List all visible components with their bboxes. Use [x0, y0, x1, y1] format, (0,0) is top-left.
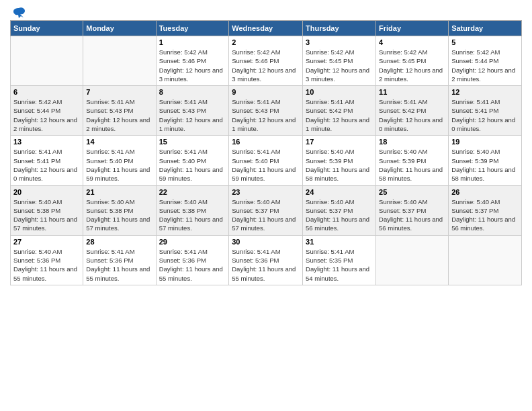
- calendar-day-cell: 1Sunrise: 5:42 AM Sunset: 5:46 PM Daylig…: [156, 36, 229, 86]
- logo-bird-icon: [11, 7, 26, 19]
- page: SundayMondayTuesdayWednesdayThursdayFrid…: [0, 0, 532, 292]
- day-number: 4: [379, 38, 445, 46]
- calendar-day-cell: 18Sunrise: 5:40 AM Sunset: 5:39 PM Dayli…: [376, 136, 449, 185]
- calendar-day-cell: [11, 36, 83, 86]
- day-info: Sunrise: 5:40 AM Sunset: 5:37 PM Dayligh…: [306, 197, 373, 233]
- day-number: 5: [451, 38, 519, 46]
- day-number: 28: [86, 238, 152, 246]
- calendar-day-cell: 5Sunrise: 5:42 AM Sunset: 5:44 PM Daylig…: [449, 36, 522, 86]
- calendar-day-cell: 13Sunrise: 5:41 AM Sunset: 5:41 PM Dayli…: [11, 136, 83, 185]
- calendar-day-cell: 6Sunrise: 5:42 AM Sunset: 5:44 PM Daylig…: [11, 86, 83, 136]
- calendar-week-row: 13Sunrise: 5:41 AM Sunset: 5:41 PM Dayli…: [11, 136, 522, 185]
- calendar-day-cell: 16Sunrise: 5:41 AM Sunset: 5:40 PM Dayli…: [229, 136, 303, 185]
- day-info: Sunrise: 5:41 AM Sunset: 5:42 PM Dayligh…: [306, 97, 373, 133]
- calendar-day-cell: [376, 235, 449, 285]
- calendar-table: SundayMondayTuesdayWednesdayThursdayFrid…: [10, 20, 522, 285]
- day-info: Sunrise: 5:41 AM Sunset: 5:41 PM Dayligh…: [451, 97, 519, 133]
- day-info: Sunrise: 5:40 AM Sunset: 5:38 PM Dayligh…: [13, 197, 80, 233]
- calendar-day-cell: [449, 235, 522, 285]
- day-number: 15: [159, 138, 226, 146]
- day-info: Sunrise: 5:41 AM Sunset: 5:40 PM Dayligh…: [159, 147, 226, 183]
- calendar-day-cell: 24Sunrise: 5:40 AM Sunset: 5:37 PM Dayli…: [303, 185, 376, 235]
- day-info: Sunrise: 5:41 AM Sunset: 5:43 PM Dayligh…: [159, 97, 226, 133]
- day-number: 24: [306, 188, 373, 196]
- day-number: 6: [13, 88, 80, 96]
- day-info: Sunrise: 5:42 AM Sunset: 5:46 PM Dayligh…: [232, 48, 300, 83]
- day-number: 9: [232, 88, 300, 96]
- day-number: 11: [379, 88, 445, 96]
- calendar-day-cell: 19Sunrise: 5:40 AM Sunset: 5:39 PM Dayli…: [449, 136, 522, 185]
- calendar-day-cell: 25Sunrise: 5:40 AM Sunset: 5:37 PM Dayli…: [376, 185, 449, 235]
- calendar-day-cell: 30Sunrise: 5:41 AM Sunset: 5:36 PM Dayli…: [229, 235, 303, 285]
- day-info: Sunrise: 5:40 AM Sunset: 5:36 PM Dayligh…: [13, 247, 80, 283]
- day-number: 16: [232, 138, 300, 146]
- day-number: 22: [159, 188, 226, 196]
- day-number: 18: [379, 138, 445, 146]
- logo: [10, 7, 26, 16]
- day-number: 1: [159, 38, 226, 46]
- col-header-saturday: Saturday: [449, 21, 522, 36]
- day-number: 29: [159, 238, 226, 246]
- calendar-week-row: 20Sunrise: 5:40 AM Sunset: 5:38 PM Dayli…: [11, 185, 522, 235]
- calendar-day-cell: 2Sunrise: 5:42 AM Sunset: 5:46 PM Daylig…: [229, 36, 303, 86]
- calendar-day-cell: 28Sunrise: 5:41 AM Sunset: 5:36 PM Dayli…: [83, 235, 156, 285]
- day-info: Sunrise: 5:41 AM Sunset: 5:36 PM Dayligh…: [86, 247, 152, 283]
- calendar-day-cell: 8Sunrise: 5:41 AM Sunset: 5:43 PM Daylig…: [156, 86, 229, 136]
- day-number: 19: [451, 138, 519, 146]
- day-info: Sunrise: 5:41 AM Sunset: 5:35 PM Dayligh…: [306, 247, 373, 283]
- calendar-day-cell: 17Sunrise: 5:40 AM Sunset: 5:39 PM Dayli…: [303, 136, 376, 185]
- day-info: Sunrise: 5:41 AM Sunset: 5:36 PM Dayligh…: [232, 247, 300, 283]
- day-info: Sunrise: 5:41 AM Sunset: 5:40 PM Dayligh…: [232, 147, 300, 183]
- col-header-tuesday: Tuesday: [156, 21, 229, 36]
- day-info: Sunrise: 5:40 AM Sunset: 5:38 PM Dayligh…: [86, 197, 152, 233]
- day-info: Sunrise: 5:40 AM Sunset: 5:39 PM Dayligh…: [306, 147, 373, 183]
- calendar-day-cell: 4Sunrise: 5:42 AM Sunset: 5:45 PM Daylig…: [376, 36, 449, 86]
- calendar-day-cell: 14Sunrise: 5:41 AM Sunset: 5:40 PM Dayli…: [83, 136, 156, 185]
- day-info: Sunrise: 5:41 AM Sunset: 5:36 PM Dayligh…: [159, 247, 226, 283]
- col-header-sunday: Sunday: [11, 21, 83, 36]
- calendar-week-row: 6Sunrise: 5:42 AM Sunset: 5:44 PM Daylig…: [11, 86, 522, 136]
- day-number: 10: [306, 88, 373, 96]
- day-info: Sunrise: 5:40 AM Sunset: 5:39 PM Dayligh…: [451, 147, 519, 183]
- calendar-day-cell: 20Sunrise: 5:40 AM Sunset: 5:38 PM Dayli…: [11, 185, 83, 235]
- day-number: 30: [232, 238, 300, 246]
- day-number: 17: [306, 138, 373, 146]
- day-info: Sunrise: 5:40 AM Sunset: 5:39 PM Dayligh…: [379, 147, 445, 183]
- day-number: 2: [232, 38, 300, 46]
- calendar-day-cell: 7Sunrise: 5:41 AM Sunset: 5:43 PM Daylig…: [83, 86, 156, 136]
- calendar-day-cell: 12Sunrise: 5:41 AM Sunset: 5:41 PM Dayli…: [449, 86, 522, 136]
- calendar-day-cell: 29Sunrise: 5:41 AM Sunset: 5:36 PM Dayli…: [156, 235, 229, 285]
- day-info: Sunrise: 5:41 AM Sunset: 5:41 PM Dayligh…: [13, 147, 80, 183]
- calendar-day-cell: 23Sunrise: 5:40 AM Sunset: 5:37 PM Dayli…: [229, 185, 303, 235]
- day-info: Sunrise: 5:40 AM Sunset: 5:37 PM Dayligh…: [451, 197, 519, 233]
- day-info: Sunrise: 5:41 AM Sunset: 5:42 PM Dayligh…: [379, 97, 445, 133]
- calendar-header-row: SundayMondayTuesdayWednesdayThursdayFrid…: [11, 21, 522, 36]
- day-number: 3: [306, 38, 373, 46]
- calendar-week-row: 1Sunrise: 5:42 AM Sunset: 5:46 PM Daylig…: [11, 36, 522, 86]
- calendar-day-cell: [83, 36, 156, 86]
- col-header-wednesday: Wednesday: [229, 21, 303, 36]
- day-number: 26: [451, 188, 519, 196]
- col-header-thursday: Thursday: [303, 21, 376, 36]
- col-header-monday: Monday: [83, 21, 156, 36]
- day-number: 14: [86, 138, 152, 146]
- day-info: Sunrise: 5:42 AM Sunset: 5:44 PM Dayligh…: [13, 97, 80, 133]
- calendar-day-cell: 27Sunrise: 5:40 AM Sunset: 5:36 PM Dayli…: [11, 235, 83, 285]
- calendar-day-cell: 31Sunrise: 5:41 AM Sunset: 5:35 PM Dayli…: [303, 235, 376, 285]
- calendar-day-cell: 3Sunrise: 5:42 AM Sunset: 5:45 PM Daylig…: [303, 36, 376, 86]
- day-number: 13: [13, 138, 80, 146]
- day-number: 31: [306, 238, 373, 246]
- calendar-day-cell: 26Sunrise: 5:40 AM Sunset: 5:37 PM Dayli…: [449, 185, 522, 235]
- day-number: 8: [159, 88, 226, 96]
- day-info: Sunrise: 5:41 AM Sunset: 5:43 PM Dayligh…: [232, 97, 300, 133]
- calendar-day-cell: 21Sunrise: 5:40 AM Sunset: 5:38 PM Dayli…: [83, 185, 156, 235]
- day-info: Sunrise: 5:41 AM Sunset: 5:43 PM Dayligh…: [86, 97, 152, 133]
- header: [10, 7, 522, 16]
- day-info: Sunrise: 5:42 AM Sunset: 5:45 PM Dayligh…: [306, 48, 373, 83]
- calendar-day-cell: 15Sunrise: 5:41 AM Sunset: 5:40 PM Dayli…: [156, 136, 229, 185]
- day-number: 21: [86, 188, 152, 196]
- col-header-friday: Friday: [376, 21, 449, 36]
- day-number: 27: [13, 238, 80, 246]
- day-number: 7: [86, 88, 152, 96]
- calendar-week-row: 27Sunrise: 5:40 AM Sunset: 5:36 PM Dayli…: [11, 235, 522, 285]
